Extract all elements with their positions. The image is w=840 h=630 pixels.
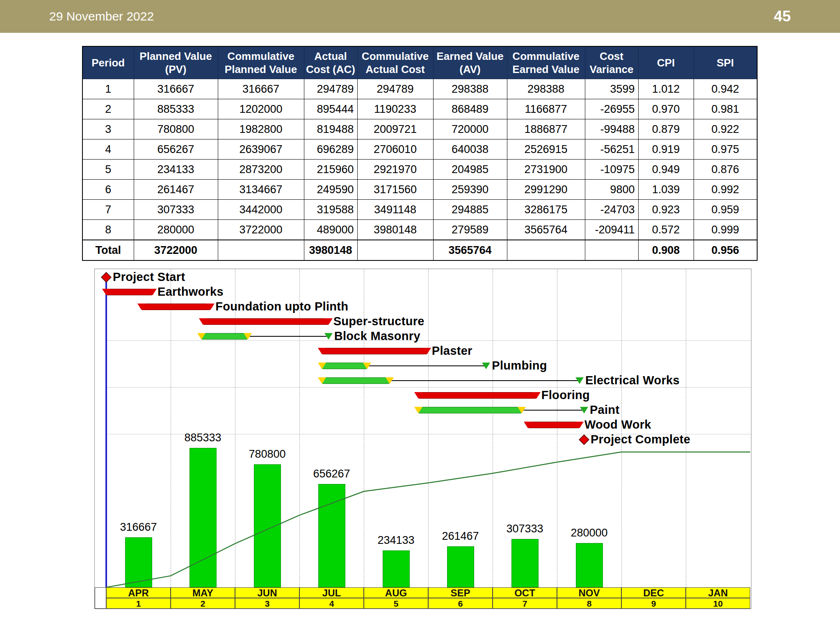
gantt-bar-end-marker-icon: [318, 377, 326, 384]
pv-bar: [511, 539, 539, 587]
table-cell: 0.923: [638, 200, 694, 220]
gantt-bar-end-marker-icon: [197, 333, 205, 340]
table-cell: 0.879: [638, 119, 694, 139]
table-cell: -56251: [585, 139, 638, 160]
table-total-cell: 0.956: [694, 240, 757, 260]
table-cell: 4: [82, 139, 134, 160]
axis-period-cell: 4: [299, 598, 364, 609]
gantt-connector-end-icon: [482, 363, 490, 369]
table-cell: 0.942: [694, 79, 757, 99]
table-cell: 234133: [134, 160, 218, 180]
slide-header-band: 29 November 2022 45: [0, 0, 840, 33]
table-cell: 1.012: [638, 79, 694, 99]
gantt-bar-end-marker-icon: [148, 289, 157, 295]
pv-bar-label: 316667: [100, 521, 178, 534]
table-row: 5234133287320021596029219702049852731900…: [82, 160, 757, 180]
table-cell: 1982800: [218, 119, 304, 139]
table-header-cell: CPI: [638, 46, 694, 79]
table-cell: 2706010: [357, 139, 433, 160]
gantt-bar-end-marker-icon: [414, 407, 422, 413]
table-cell: 720000: [433, 119, 507, 139]
gantt-bar-end-marker-icon: [206, 304, 215, 310]
gantt-bar-end-marker-icon: [575, 422, 584, 428]
axis-period-cell: 5: [364, 598, 428, 609]
table-cell: 640038: [433, 139, 507, 160]
table-cell: -10975: [585, 160, 638, 180]
table-cell: 259390: [433, 180, 507, 200]
table-cell: 7: [82, 200, 134, 220]
table-row: 8280000372200048900039801482795893565764…: [82, 220, 757, 240]
table-cell: 280000: [134, 220, 218, 240]
gantt-bar-end-marker-icon: [386, 377, 394, 384]
table-header-cell: SPI: [694, 46, 757, 79]
table-cell: 0.975: [694, 139, 757, 160]
table-cell: 215960: [304, 160, 357, 180]
table-header-cell: Planned Value (PV): [134, 46, 218, 79]
gantt-bar-end-marker-icon: [318, 348, 326, 354]
table-cell: 885333: [134, 99, 218, 119]
table-cell: 298388: [507, 79, 585, 99]
gantt-bar-end-marker-icon: [524, 422, 532, 428]
axis-period-cell: 7: [493, 598, 557, 609]
table-cell: -24703: [585, 200, 638, 220]
axis-period-cell: 3: [235, 598, 299, 609]
pv-bar-label: 885333: [164, 431, 242, 444]
gantt-connector-line: [390, 380, 580, 381]
table-cell: 316667: [134, 79, 218, 99]
table-cell: 1166877: [507, 99, 585, 119]
gantt-task-label: Paint: [590, 403, 619, 417]
table-cell: 6: [82, 180, 134, 200]
table-cell: 3442000: [218, 200, 304, 220]
table-row: 1316667316667294789294789298388298388359…: [82, 79, 757, 99]
axis-month-cell: JAN: [686, 587, 750, 598]
gridline-horizontal: [106, 340, 751, 341]
gantt-bar: [322, 348, 427, 354]
pv-bar-label: 656267: [293, 468, 371, 480]
gantt-bar: [203, 318, 329, 325]
gantt-connector-line: [522, 410, 584, 411]
axis-month-cell: SEP: [428, 587, 493, 598]
gantt-bar: [201, 333, 248, 340]
table-cell: 2526915: [507, 139, 585, 160]
evm-table: PeriodPlanned Value (PV)Commulative Plan…: [82, 46, 758, 261]
table-row: 6261467313466724959031715602593902991290…: [82, 180, 757, 200]
table-header-cell: Period: [82, 46, 134, 79]
table-cell: 1: [82, 79, 134, 99]
gantt-bar-end-marker-icon: [324, 318, 333, 325]
table-cell: 489000: [304, 220, 357, 240]
gantt-bar: [322, 363, 367, 369]
axis-period-cell: 10: [686, 598, 750, 609]
gridline: [171, 269, 171, 587]
table-cell: 3722000: [218, 220, 304, 240]
table-cell: 3599: [585, 79, 638, 99]
gantt-bar-end-marker-icon: [137, 304, 146, 310]
axis-month-cell: JUL: [299, 587, 364, 598]
table-header-cell: Commulative Planned Value: [218, 46, 304, 79]
gantt-bar-end-marker-icon: [532, 392, 541, 399]
table-cell: 2873200: [218, 160, 304, 180]
table-total-cell: Total: [82, 240, 134, 260]
table-cell: 3491148: [357, 200, 433, 220]
table-row: 7307333344200031958834911482948853286175…: [82, 200, 757, 220]
table-cell: 298388: [433, 79, 507, 99]
table-cell: 1886877: [507, 119, 585, 139]
pv-bar: [189, 448, 217, 587]
axis-month-cell: DEC: [621, 587, 686, 598]
table-total-cell: [507, 240, 585, 260]
table-cell: 3171560: [357, 180, 433, 200]
gantt-task-label: Flooring: [541, 388, 590, 402]
gantt-task-label: Block Masonry: [334, 329, 420, 343]
table-cell: 307333: [134, 200, 218, 220]
table-row: 3780800198280081948820097217200001886877…: [82, 119, 757, 139]
table-cell: -99488: [585, 119, 638, 139]
table-cell: 279589: [433, 220, 507, 240]
gantt-bar-end-marker-icon: [518, 407, 526, 413]
pv-bar: [318, 484, 345, 587]
pv-bar: [254, 464, 281, 587]
timeline-start-line: [105, 273, 107, 587]
table-cell: 0.999: [694, 220, 757, 240]
table-cell: -26955: [585, 99, 638, 119]
table-cell: 2731900: [507, 160, 585, 180]
table-cell: 3980148: [357, 220, 433, 240]
gantt-bar: [322, 377, 390, 384]
